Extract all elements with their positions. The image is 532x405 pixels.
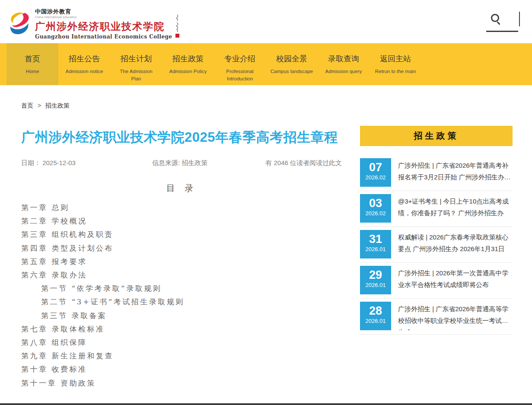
- nav-item-admission-notice[interactable]: 招生公告 Admission notice: [58, 43, 110, 85]
- news-date-box: 03 2026.02: [360, 194, 391, 223]
- site-header: 中国涉外教育 China international education 广州涉…: [0, 0, 532, 43]
- news-title: 广涉外招生 | 广东省2026年普通高考补报名将于3月2日开始 广州涉外招生办 …: [398, 158, 511, 187]
- brand-small-en: China international education: [35, 16, 172, 19]
- news-month: 2026.01: [360, 282, 391, 288]
- toc-item-chapter-4: 第四章 类型及计划公布: [21, 242, 342, 255]
- brand-small-cn: 中国涉外教育: [35, 8, 172, 16]
- search-underline: [486, 31, 518, 32]
- toc-item-chapter-6: 第六章 录取办法: [21, 268, 342, 282]
- toc-item-chapter-9: 第九章 新生注册和复查: [21, 349, 342, 363]
- nav-item-admission-policy[interactable]: 招生政策 Admission Policy: [162, 43, 214, 85]
- news-date-box: 31 2026.01: [360, 230, 391, 258]
- toc-item-section-1: 第一节 “依学考录取”录取规则: [21, 282, 342, 295]
- nav-label-cn: 专业介绍: [218, 54, 261, 64]
- news-day: 07: [360, 161, 391, 174]
- nav-item-admission-query[interactable]: 录取查询 Admission query: [318, 43, 370, 85]
- toc-item-chapter-10: 第十章 收费标准: [21, 363, 342, 376]
- nav-label-en: Professional Introduction: [218, 68, 261, 83]
- news-item[interactable]: 31 2026.01 权威解读 | 2026广东春考录取政策核心要点 广州涉外招…: [360, 230, 513, 263]
- news-item[interactable]: 07 2026.02 广涉外招生 | 广东省2026年普通高考补报名将于3月2日…: [360, 158, 513, 191]
- search-divider: [519, 12, 520, 26]
- site-logo[interactable]: 中国涉外教育 China international education 广州涉…: [6, 8, 181, 40]
- toc-item-section-2: 第二节 “3+证书”考试招生录取规则: [21, 295, 342, 309]
- news-month: 2026.02: [360, 174, 391, 181]
- nav-label-cn: 招生政策: [166, 54, 210, 64]
- sidebar: 招生政策 07 2026.02 广涉外招生 | 广东省2026年普通高考补报名将…: [360, 126, 513, 338]
- header-search-area: [486, 0, 525, 43]
- toc-item-chapter-11: 第十一章 资助政策: [21, 376, 342, 390]
- breadcrumb-separator: >: [38, 102, 41, 109]
- bottom-divider: [0, 403, 532, 405]
- nav-label-en: Campus landscape: [270, 68, 313, 75]
- calligraphy-signature: [174, 14, 181, 38]
- nav-label-cn: 首页: [11, 54, 54, 64]
- toc-item-chapter-8: 第八章 组织保障: [21, 336, 342, 349]
- breadcrumb: 首页 > 招生政策: [21, 102, 70, 110]
- nav-item-return-main[interactable]: 返回主站 Retrun to the main: [370, 43, 421, 85]
- nav-label-en: Retrun to the main: [374, 68, 417, 75]
- toc-item-section-3: 第三节 录取备案: [21, 309, 342, 322]
- nav-label-cn: 校园全景: [270, 54, 313, 64]
- article-source: 信息来源: 招生政策: [152, 159, 207, 167]
- news-title: @3+证书考生 | 今日上午10点出高考成绩，你准备好了吗？ 广州涉外招生办: [398, 194, 511, 223]
- nav-label-en: The Admission Plan: [115, 68, 158, 83]
- college-name-cn: 广州涉外经济职业技术学院: [35, 20, 172, 33]
- search-icon: [491, 14, 499, 22]
- toc-list: 第一章 总则 第二章 学校概况 第三章 组织机构及职责 第四章 类型及计划公布 …: [21, 201, 342, 390]
- red-seal-icon: [175, 34, 179, 38]
- news-month: 2026.01: [360, 246, 391, 252]
- nav-label-cn: 录取查询: [322, 54, 365, 64]
- sidebar-news-list: 07 2026.02 广涉外招生 | 广东省2026年普通高考补报名将于3月2日…: [360, 158, 513, 335]
- nav-label-en: Admission Policy: [166, 68, 210, 75]
- news-day: 29: [360, 268, 391, 281]
- main-nav: 首页 Home 招生公告 Admission notice 招生计划 The A…: [0, 43, 532, 85]
- news-title: 广涉外招生 | 2026年第一次普通高中学业水平合格性考试成绩即将公布: [398, 266, 511, 294]
- signature-strokes-icon: [174, 14, 180, 33]
- nav-label-en: Home: [11, 68, 54, 75]
- toc-item-chapter-5: 第五章 报考要求: [21, 255, 342, 268]
- news-date-box: 29 2026.01: [360, 266, 391, 294]
- search-button[interactable]: [488, 11, 504, 27]
- toc-title: 目 录: [21, 182, 342, 194]
- page-title: 广州涉外经济职业技术学院2025年春季高考招生章程: [21, 127, 342, 147]
- toc-item-chapter-1: 第一章 总则: [21, 201, 342, 214]
- news-day: 31: [360, 233, 391, 246]
- nav-item-professional-introduction[interactable]: 专业介绍 Professional Introduction: [214, 43, 266, 85]
- news-item[interactable]: 28 2026.01 广涉外招生 | 广东省2026年普通高等学校招收中等职业学…: [360, 302, 513, 335]
- nav-label-en: Admission query: [322, 68, 365, 75]
- nav-label-cn: 返回主站: [374, 54, 417, 64]
- news-date-box: 07 2026.02: [360, 158, 391, 187]
- news-item[interactable]: 03 2026.02 @3+证书考生 | 今日上午10点出高考成绩，你准备好了吗…: [360, 194, 513, 227]
- brand-text-block: 中国涉外教育 China international education 广州涉…: [35, 8, 172, 40]
- news-date-box: 28 2026.01: [360, 302, 391, 330]
- article-meta: 日期： 2025-12-03 信息来源: 招生政策 有 2046 位读者阅读过此…: [21, 159, 342, 168]
- news-title: 权威解读 | 2026广东春考录取政策核心要点 广州涉外招生办 2026年1月3…: [398, 230, 511, 258]
- news-month: 2026.02: [360, 210, 391, 217]
- breadcrumb-current: 招生政策: [45, 102, 70, 109]
- college-logo-icon: [6, 10, 32, 35]
- news-day: 28: [360, 304, 391, 317]
- page: 中国涉外教育 China international education 广州涉…: [0, 0, 532, 405]
- toc-item-chapter-7: 第七章 录取体检标准: [21, 322, 342, 336]
- sidebar-title: 招生政策: [360, 126, 513, 146]
- article: 广州涉外经济职业技术学院2025年春季高考招生章程 日期： 2025-12-03…: [21, 127, 342, 390]
- search-icon-handle: [497, 21, 500, 25]
- news-day: 03: [360, 197, 391, 210]
- news-item[interactable]: 29 2026.01 广涉外招生 | 2026年第一次普通高中学业水平合格性考试…: [360, 266, 513, 299]
- nav-label-cn: 招生公告: [63, 54, 106, 64]
- nav-item-campus-landscape[interactable]: 校园全景 Campus landscape: [266, 43, 318, 85]
- news-title: 广涉外招生 | 广东省2026年普通高等学校招收中等职业学校毕业生统一考试考生成: [398, 302, 511, 330]
- article-readers-count: 有 2046 位读者阅读过此文: [265, 159, 342, 167]
- nav-item-home[interactable]: 首页 Home: [6, 43, 58, 85]
- nav-label-cn: 招生计划: [115, 54, 158, 64]
- news-month: 2026.01: [360, 318, 391, 324]
- toc-item-chapter-3: 第三章 组织机构及职责: [21, 228, 342, 241]
- article-date: 日期： 2025-12-03: [21, 159, 76, 167]
- nav-item-admission-plan[interactable]: 招生计划 The Admission Plan: [110, 43, 162, 85]
- toc-item-chapter-2: 第二章 学校概况: [21, 214, 342, 228]
- nav-label-en: Admission notice: [63, 68, 106, 75]
- breadcrumb-home[interactable]: 首页: [21, 102, 33, 109]
- college-name-en: Guangzhou International Economics Colleg…: [35, 34, 172, 40]
